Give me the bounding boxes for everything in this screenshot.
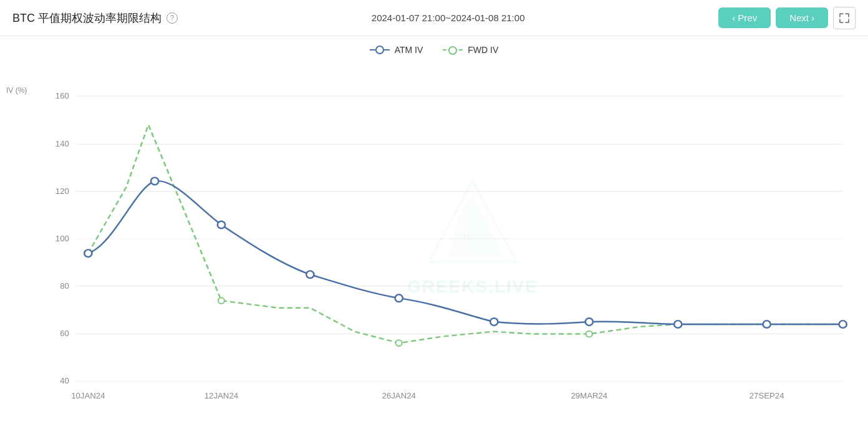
fwd-iv-label: FWD IV — [468, 45, 498, 55]
svg-text:140: 140 — [55, 139, 69, 148]
svg-text:40: 40 — [60, 377, 69, 386]
atm-iv-dot — [84, 249, 92, 257]
atm-iv-dot — [763, 321, 771, 328]
svg-text:100: 100 — [55, 234, 69, 243]
expand-button[interactable] — [833, 7, 856, 29]
y-axis-label: IV (%) — [6, 86, 27, 95]
atm-iv-label: ATM IV — [395, 45, 423, 55]
next-chevron-icon: › — [811, 12, 814, 23]
fwd-iv-line — [88, 125, 842, 343]
title-section: BTC 平值期权波动率期限结构 ? — [12, 11, 178, 26]
page-title: BTC 平值期权波动率期限结构 — [12, 11, 162, 26]
prev-label: Prev — [738, 12, 757, 23]
fwd-iv-dot — [396, 340, 402, 346]
legend: ATM IV FWD IV — [0, 42, 868, 55]
svg-text:60: 60 — [60, 329, 69, 339]
header: BTC 平值期权波动率期限结构 ? 2024-01-07 21:00~2024-… — [0, 0, 868, 36]
chart-area: ATM IV FWD IV IV (%) e GREEKS.LIVE — [0, 36, 868, 444]
atm-iv-dot — [306, 271, 314, 278]
svg-text:10JAN24: 10JAN24 — [71, 391, 105, 400]
fwd-iv-legend-line — [443, 49, 463, 51]
svg-text:80: 80 — [60, 281, 69, 291]
atm-iv-dot — [490, 318, 498, 326]
svg-text:26JAN24: 26JAN24 — [382, 391, 416, 400]
svg-text:160: 160 — [55, 92, 69, 101]
atm-iv-dot — [218, 221, 225, 229]
svg-text:12JAN24: 12JAN24 — [205, 391, 238, 400]
atm-iv-legend-line — [370, 49, 390, 51]
svg-text:120: 120 — [55, 186, 69, 196]
help-icon[interactable]: ? — [166, 12, 178, 24]
fwd-iv-dot — [218, 297, 224, 304]
atm-iv-dot — [586, 318, 593, 326]
chart-svg: 160 140 120 100 80 60 40 10JAN24 12JAN24… — [37, 60, 856, 412]
next-label: Next — [789, 12, 809, 23]
legend-fwd-iv: FWD IV — [443, 45, 498, 55]
fwd-iv-dot — [586, 331, 592, 337]
atm-iv-dot — [839, 321, 847, 328]
svg-text:27SEP24: 27SEP24 — [750, 391, 784, 400]
svg-text:29MAR24: 29MAR24 — [571, 391, 607, 400]
chart-container: e GREEKS.LIVE 160 140 120 100 80 60 40 — [37, 60, 856, 412]
next-button[interactable]: Next › — [776, 7, 828, 28]
prev-button[interactable]: ‹ Prev — [718, 7, 771, 28]
atm-iv-dot — [151, 178, 158, 185]
atm-iv-dot — [395, 294, 403, 302]
nav-controls: ‹ Prev Next › — [718, 7, 856, 29]
prev-chevron-icon: ‹ — [732, 12, 735, 23]
expand-icon — [839, 13, 849, 23]
legend-atm-iv: ATM IV — [370, 45, 423, 55]
date-range: 2024-01-07 21:00~2024-01-08 21:00 — [372, 12, 525, 23]
atm-iv-dot — [674, 321, 682, 328]
